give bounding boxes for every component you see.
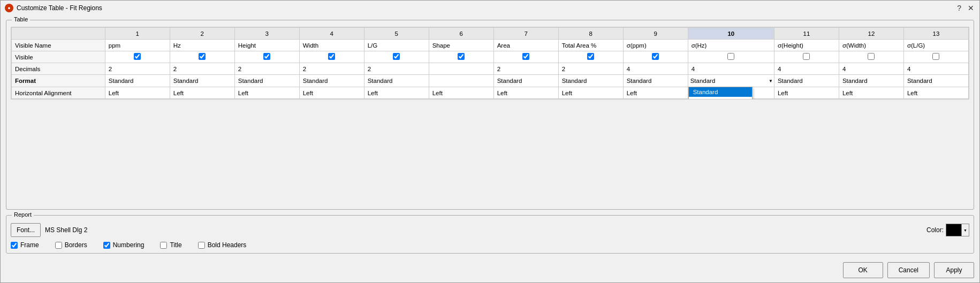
font-name-label: MS Shell Dlg 2 [45, 226, 87, 234]
cell-ha-13: Left [903, 87, 968, 99]
cell-fmt-5: Standard [364, 75, 429, 87]
checkbox-vis-1[interactable] [134, 53, 141, 60]
cell-fmt-2: Standard [170, 75, 234, 87]
cell-fmt-13: Standard [903, 75, 968, 87]
cell-vis-3[interactable] [234, 51, 299, 63]
cell-ha-8: Left [558, 87, 623, 99]
cell-vis-13[interactable] [903, 51, 968, 63]
color-row: Color: ▼ [926, 224, 969, 236]
cell-fmt-11: Standard [774, 75, 839, 87]
row-label-visible-name: Visible Name [12, 40, 105, 51]
checkbox-vis-13[interactable] [932, 53, 939, 60]
cell-vis-5[interactable] [364, 51, 429, 63]
checkbox-vis-9[interactable] [652, 53, 659, 60]
cell-fmt-10[interactable]: Standard Scientific ▼ Standard Scientifi… [688, 75, 774, 87]
checkbox-vis-3[interactable] [263, 53, 270, 60]
title-checkbox-label[interactable]: Title [160, 241, 181, 249]
report-group: Report Font... MS Shell Dlg 2 Color: ▼ F… [6, 215, 974, 254]
col-header-10: 10 [688, 28, 774, 40]
checkbox-vis-8[interactable] [587, 53, 594, 60]
cell-vis-8[interactable] [558, 51, 623, 63]
cell-ha-1: Left [105, 87, 170, 99]
cancel-button[interactable]: Cancel [887, 262, 930, 278]
cell-ha-7: Left [493, 87, 558, 99]
cell-ha-4: Left [299, 87, 364, 99]
checkbox-vis-10[interactable] [727, 53, 734, 60]
borders-checkbox[interactable] [55, 242, 62, 249]
frame-checkbox-label[interactable]: Frame [11, 241, 39, 249]
numbering-checkbox[interactable] [103, 242, 110, 249]
cell-vn-8: Total Area % [558, 40, 623, 51]
cell-vis-12[interactable] [839, 51, 903, 63]
dropdown-option-scientific[interactable]: Scientific [689, 97, 752, 100]
checkbox-vis-11[interactable] [803, 53, 810, 60]
cell-vis-1[interactable] [105, 51, 170, 63]
apply-button[interactable]: Apply [934, 262, 974, 278]
cell-vis-4[interactable] [299, 51, 364, 63]
numbering-checkbox-label[interactable]: Numbering [103, 241, 145, 249]
cell-vn-4: Width [299, 40, 364, 51]
cell-vn-6: Shape [429, 40, 493, 51]
ok-button[interactable]: OK [843, 262, 883, 278]
cell-dec-9: 4 [623, 63, 688, 75]
col-header-6: 6 [429, 28, 493, 40]
report-font-row: Font... MS Shell Dlg 2 Color: ▼ [11, 223, 969, 237]
customize-table-dialog: ● Customize Table - Fit Regions ? ✕ Tabl… [0, 0, 980, 283]
customize-table: 1 2 3 4 5 6 7 8 9 10 11 12 13 [11, 27, 969, 99]
cell-dec-6 [429, 63, 493, 75]
bold-headers-checkbox-label[interactable]: Bold Headers [198, 241, 247, 249]
table-wrapper[interactable]: 1 2 3 4 5 6 7 8 9 10 11 12 13 [11, 27, 969, 100]
color-dropdown-arrow-icon[interactable]: ▼ [961, 224, 969, 236]
cell-fmt-1: Standard [105, 75, 170, 87]
cell-vn-12: σ(Width) [839, 40, 903, 51]
cell-vis-11[interactable] [774, 51, 839, 63]
title-bar: ● Customize Table - Fit Regions ? ✕ [1, 1, 979, 14]
dropdown-option-standard[interactable]: Standard [689, 87, 752, 97]
table-row-format: Format Standard Standard Standard Standa… [12, 75, 969, 87]
borders-checkbox-label[interactable]: Borders [55, 241, 87, 249]
checkbox-vis-6[interactable] [458, 53, 465, 60]
cell-vis-2[interactable] [170, 51, 234, 63]
cell-dec-8: 2 [558, 63, 623, 75]
cell-vn-5: L/G [364, 40, 429, 51]
checkbox-vis-12[interactable] [868, 53, 875, 60]
format-select-10[interactable]: Standard Scientific [688, 75, 774, 87]
col-header-label [12, 28, 105, 40]
cell-ha-2: Left [170, 87, 234, 99]
bold-headers-label: Bold Headers [208, 241, 247, 249]
font-button[interactable]: Font... [11, 223, 41, 237]
col-header-3: 3 [234, 28, 299, 40]
col-header-4: 4 [299, 28, 364, 40]
close-button[interactable]: ✕ [967, 4, 975, 12]
cell-vis-7[interactable] [493, 51, 558, 63]
checkbox-vis-4[interactable] [328, 53, 335, 60]
row-label-horiz-align: Horizontal Alignment [12, 87, 105, 99]
col-header-13: 13 [903, 28, 968, 40]
cell-fmt-4: Standard [299, 75, 364, 87]
color-swatch [946, 224, 961, 236]
col-header-8: 8 [558, 28, 623, 40]
col-header-11: 11 [774, 28, 839, 40]
cell-dec-11: 4 [774, 63, 839, 75]
frame-checkbox[interactable] [11, 242, 18, 249]
bold-headers-checkbox[interactable] [198, 242, 205, 249]
checkbox-vis-7[interactable] [522, 53, 529, 60]
cell-vis-6[interactable] [429, 51, 493, 63]
row-label-decimals: Decimals [12, 63, 105, 75]
report-options-row: Frame Borders Numbering Title Bold Heade… [11, 241, 969, 249]
cell-ha-9: Left [623, 87, 688, 99]
checkbox-vis-5[interactable] [393, 53, 400, 60]
cell-vis-9[interactable] [623, 51, 688, 63]
cell-vis-10[interactable] [688, 51, 774, 63]
format-dropdown-popup[interactable]: Standard Scientific [688, 87, 753, 100]
cell-ha-6: Left [429, 87, 493, 99]
title-checkbox[interactable] [160, 242, 167, 249]
color-picker-button[interactable]: ▼ [946, 224, 969, 236]
col-header-12: 12 [839, 28, 903, 40]
cell-fmt-7: Standard [493, 75, 558, 87]
cell-vn-11: σ(Height) [774, 40, 839, 51]
checkbox-vis-2[interactable] [199, 53, 206, 60]
help-button[interactable]: ? [956, 4, 962, 12]
table-group-legend: Table [12, 16, 30, 22]
cell-dec-3: 2 [234, 63, 299, 75]
